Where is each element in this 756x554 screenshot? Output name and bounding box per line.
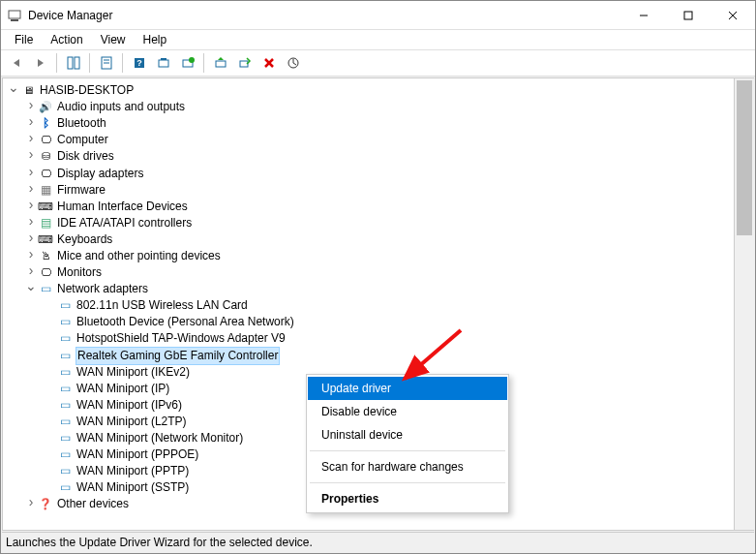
enable-device-button[interactable] (282, 52, 304, 74)
help-button[interactable]: ? (128, 52, 150, 74)
tree-label: Firmware (57, 182, 106, 199)
ctx-scan-hardware[interactable]: Scan for hardware changes (308, 455, 507, 478)
tree-label: WAN Miniport (L2TP) (76, 414, 187, 430)
tree-label: Human Interface Devices (57, 199, 188, 215)
menu-help[interactable]: Help (136, 32, 175, 47)
net-item-btpan[interactable]: Bluetooth Device (Personal Area Network) (7, 314, 734, 330)
vertical-scrollbar[interactable] (735, 77, 754, 531)
tree-label: Monitors (57, 264, 102, 281)
menu-file[interactable]: File (7, 32, 41, 47)
svg-rect-6 (68, 57, 73, 69)
scrollbar-thumb[interactable] (737, 80, 752, 235)
toolbar-separator (89, 53, 90, 73)
tree-label: WAN Miniport (IP) (76, 381, 169, 397)
ctx-disable-device[interactable]: Disable device (308, 400, 507, 423)
tree-label: Audio inputs and outputs (57, 99, 185, 115)
tree-label: Mice and other pointing devices (57, 248, 221, 264)
tree-label: Realtek Gaming GbE Family Controller (76, 348, 279, 364)
tree-item-hid[interactable]: Human Interface Devices (7, 199, 734, 215)
ata-icon (38, 215, 53, 231)
tree-label: WAN Miniport (Network Monitor) (76, 430, 243, 446)
audio-icon (38, 100, 53, 115)
disk-icon (38, 149, 53, 165)
svg-rect-13 (159, 60, 168, 67)
properties-button[interactable] (95, 52, 117, 74)
tree-item-ata[interactable]: IDE ATA/ATAPI controllers (7, 215, 734, 231)
svg-rect-17 (216, 61, 226, 67)
firmware-icon (38, 182, 53, 198)
show-hide-tree-button[interactable] (62, 52, 84, 74)
tree-item-bluetooth[interactable]: Bluetooth (7, 115, 734, 132)
network-adapter-icon (57, 331, 73, 347)
toolbar-separator (203, 53, 204, 73)
tree-label: WAN Miniport (IPv6) (76, 397, 182, 414)
toolbar: ? (1, 49, 755, 77)
tree-item-audio[interactable]: Audio inputs and outputs (7, 99, 734, 115)
tree-label: WAN Miniport (IKEv2) (76, 364, 190, 381)
tree-label: WAN Miniport (PPPOE) (76, 446, 198, 463)
network-adapter-icon (57, 464, 73, 479)
net-item-wlan[interactable]: 802.11n USB Wireless LAN Card (7, 297, 734, 314)
computer-category-icon (38, 133, 53, 148)
tree-label: Other devices (57, 496, 129, 512)
maximize-button[interactable] (666, 1, 711, 30)
other-devices-icon (38, 497, 53, 512)
tree-item-display[interactable]: Display adapters (7, 165, 734, 181)
tree-item-network-adapters[interactable]: Network adapters (7, 281, 734, 297)
network-adapter-icon (57, 315, 73, 330)
display-icon (38, 166, 53, 181)
ctx-update-driver[interactable]: Update driver (308, 377, 507, 400)
net-item-realtek[interactable]: Realtek Gaming GbE Family Controller (7, 348, 734, 364)
tree-root[interactable]: HASIB-DESKTOP (7, 82, 734, 99)
bluetooth-icon (38, 116, 53, 132)
network-adapter-icon (57, 298, 73, 314)
svg-point-16 (189, 57, 195, 63)
tree-label: Bluetooth Device (Personal Area Network) (76, 314, 294, 330)
update-driver-button[interactable] (209, 52, 231, 74)
network-adapter-icon (57, 348, 73, 363)
ctx-uninstall-device[interactable]: Uninstall device (308, 423, 507, 446)
svg-rect-0 (9, 11, 20, 18)
status-text: Launches the Update Driver Wizard for th… (6, 536, 313, 549)
minimize-button[interactable] (621, 1, 666, 30)
window-title: Device Manager (28, 9, 112, 22)
hid-icon (38, 199, 53, 214)
back-button[interactable] (5, 52, 27, 74)
svg-text:?: ? (136, 58, 142, 68)
disable-device-button[interactable] (233, 52, 256, 74)
svg-rect-1 (11, 19, 18, 21)
menu-action[interactable]: Action (43, 32, 90, 47)
forward-button[interactable] (29, 52, 51, 74)
tree-item-computer[interactable]: Computer (7, 132, 734, 148)
tree-item-mice[interactable]: Mice and other pointing devices (7, 248, 734, 264)
ctx-properties[interactable]: Properties (308, 487, 507, 510)
scan-hardware-button[interactable] (152, 52, 174, 74)
close-button[interactable] (711, 1, 755, 30)
tree-item-monitors[interactable]: Monitors (7, 264, 734, 281)
menu-view[interactable]: View (93, 32, 134, 47)
context-menu: Update driver Disable device Uninstall d… (306, 374, 509, 513)
title-bar: Device Manager (1, 1, 755, 30)
tree-item-disk[interactable]: Disk drives (7, 148, 734, 165)
svg-rect-7 (75, 57, 79, 69)
tree-item-keyboards[interactable]: Keyboards (7, 231, 734, 248)
status-bar: Launches the Update Driver Wizard for th… (2, 532, 754, 552)
toolbar-separator (122, 53, 123, 73)
svg-rect-14 (161, 58, 166, 60)
tree-label: Disk drives (57, 148, 114, 165)
computer-icon (20, 83, 36, 99)
tree-label: WAN Miniport (PPTP) (76, 463, 189, 479)
add-legacy-button[interactable] (176, 52, 198, 74)
svg-rect-3 (684, 12, 692, 19)
tree-item-firmware[interactable]: Firmware (7, 182, 734, 199)
tree-label: Network adapters (57, 281, 148, 297)
network-adapter-icon (57, 397, 73, 413)
svg-rect-18 (240, 61, 248, 67)
uninstall-device-button[interactable] (257, 52, 280, 74)
net-item-hotspot[interactable]: HotspotShield TAP-Windows Adapter V9 (7, 330, 734, 347)
tree-label: HASIB-DESKTOP (40, 82, 134, 99)
menu-bar: File Action View Help (1, 30, 755, 49)
tree-label: IDE ATA/ATAPI controllers (57, 215, 192, 231)
tree-label: Computer (57, 132, 108, 148)
ctx-separator (310, 450, 505, 451)
